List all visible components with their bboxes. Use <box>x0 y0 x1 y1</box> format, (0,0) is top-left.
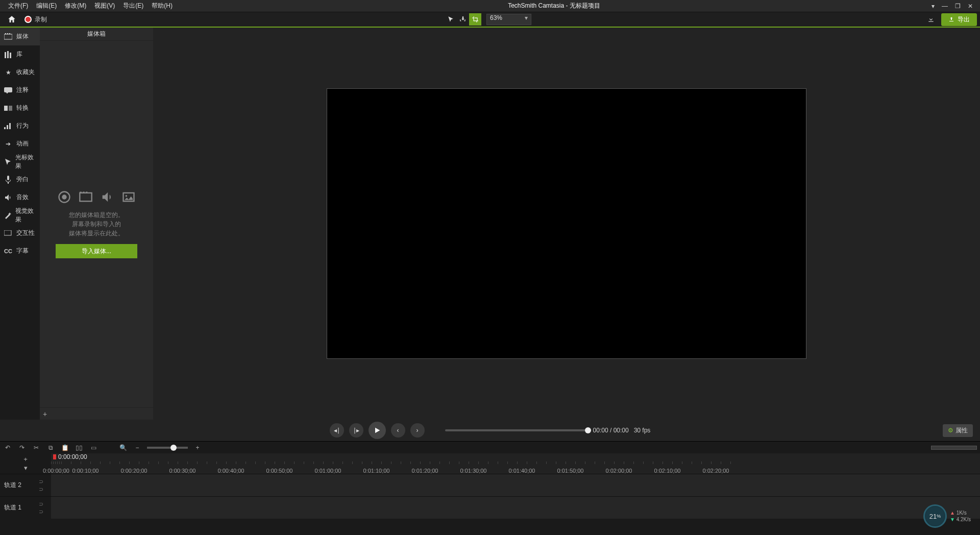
sidebar-label: 媒体 <box>16 32 29 41</box>
track-label[interactable]: 轨道 1 <box>0 497 31 519</box>
playhead-icon <box>53 454 56 459</box>
canvas-zoom-select[interactable]: 63% <box>486 14 531 25</box>
crop-tool[interactable] <box>469 13 481 26</box>
zoom-in-button[interactable]: + <box>193 443 202 452</box>
svg-rect-5 <box>7 51 9 58</box>
menu-help[interactable]: 帮助(H) <box>148 2 177 10</box>
behavior-icon <box>4 122 12 130</box>
track-lock-icon[interactable]: ⊃ <box>39 478 43 485</box>
cursor-tool[interactable] <box>445 13 457 26</box>
sidebar: 媒体 库 ★ 收藏夹 注释 转换 行为 ➔ <box>0 28 40 420</box>
menu-view[interactable]: 视图(V) <box>90 2 119 10</box>
library-icon <box>4 51 12 59</box>
empty-media-text: 您的媒体箱是空的。 屏幕录制和导入的 媒体将显示在此处。 <box>69 210 124 238</box>
canvas-zoom-value: 63% <box>490 14 502 21</box>
next-marker-button[interactable]: › <box>410 423 425 437</box>
sidebar-label: 交互性 <box>16 229 35 237</box>
copy-button[interactable]: ⧉ <box>46 443 55 452</box>
track-visibility-icon[interactable]: ⊃ <box>39 486 43 493</box>
minimize-icon[interactable]: — <box>942 3 948 10</box>
empty-media-icons <box>57 190 136 204</box>
sidebar-item-captions[interactable]: CC 字幕 <box>0 242 40 260</box>
media-panel-title: 媒体箱 <box>40 28 153 41</box>
animation-icon: ➔ <box>4 140 12 148</box>
cpu-gauge: 21% <box>923 504 947 528</box>
timeline: + ▾ 0:00:00;00 0:00:00;000:00:10;000:00:… <box>0 453 980 535</box>
cut-button[interactable]: ✂ <box>32 443 41 452</box>
close-icon[interactable]: ✕ <box>968 3 973 10</box>
download-button[interactable] <box>925 13 937 26</box>
sidebar-item-annotations[interactable]: 注释 <box>0 81 40 99</box>
sidebar-item-library[interactable]: 库 <box>0 45 40 63</box>
import-media-button[interactable]: 导入媒体... <box>56 244 137 258</box>
record-button[interactable]: 录制 <box>20 15 51 24</box>
playback-slider[interactable] <box>445 429 588 431</box>
timeline-ruler[interactable]: 0:00:00;00 0:00:00;000:00:10;000:00:20;0… <box>51 453 980 474</box>
menu-modify[interactable]: 修改(M) <box>61 2 90 10</box>
menu-edit[interactable]: 编辑(E) <box>32 2 61 10</box>
svg-rect-11 <box>7 125 8 129</box>
svg-rect-7 <box>4 87 12 92</box>
undo-button[interactable]: ↶ <box>3 443 12 452</box>
system-monitor-overlay[interactable]: 21% 1K/s 4.2K/s <box>923 504 971 528</box>
playback-time: 00:00 / 00:00 <box>593 427 629 434</box>
tool-button[interactable]: ▭ <box>89 443 98 452</box>
wand-icon <box>4 211 11 220</box>
cursor-fx-icon <box>4 158 11 166</box>
paste-button[interactable]: 📋 <box>60 443 69 452</box>
properties-button[interactable]: ⚙ 属性 <box>943 424 973 437</box>
preview-canvas[interactable] <box>327 88 806 359</box>
add-panel-button[interactable]: + <box>43 410 47 418</box>
sidebar-item-visual-fx[interactable]: 视觉效果 <box>0 206 40 224</box>
annotation-icon <box>4 86 12 94</box>
track-body[interactable] <box>51 474 980 496</box>
home-button[interactable] <box>3 15 20 24</box>
track-label[interactable]: 轨道 2 <box>0 474 31 496</box>
svg-point-16 <box>62 194 66 199</box>
media-icon <box>4 33 12 41</box>
sidebar-label: 字幕 <box>16 247 29 255</box>
add-track-button[interactable]: + <box>23 455 28 463</box>
svg-rect-4 <box>5 52 6 58</box>
zoom-out-button[interactable]: − <box>133 443 142 452</box>
redo-button[interactable]: ↷ <box>17 443 27 452</box>
prev-marker-button[interactable]: ‹ <box>391 423 405 437</box>
sidebar-item-animations[interactable]: ➔ 动画 <box>0 135 40 153</box>
sidebar-item-audio-fx[interactable]: 音效 <box>0 188 40 206</box>
pan-tool[interactable] <box>457 13 469 26</box>
next-frame-button[interactable]: ∣▸ <box>349 423 363 437</box>
svg-rect-3 <box>9 33 10 34</box>
menu-file[interactable]: 文件(F) <box>4 2 32 10</box>
track-visibility-icon[interactable]: ⊃ <box>39 508 43 515</box>
gear-icon: ⚙ <box>948 427 953 434</box>
track-body[interactable] <box>51 497 980 519</box>
collapse-tracks-button[interactable]: ▾ <box>24 464 28 472</box>
transition-icon <box>4 104 12 112</box>
sidebar-item-behaviors[interactable]: 行为 <box>0 117 40 135</box>
record-type-icon <box>57 190 71 204</box>
sidebar-item-favorites[interactable]: ★ 收藏夹 <box>0 63 40 81</box>
maximize-icon[interactable]: ❐ <box>955 3 961 10</box>
sidebar-item-cursor-fx[interactable]: 光标效果 <box>0 153 40 171</box>
sidebar-item-interactivity[interactable]: 交互性 <box>0 224 40 242</box>
timeline-toolbar: ↶ ↷ ✂ ⧉ 📋 ▯▯ ▭ 🔍 − + <box>0 441 980 453</box>
sidebar-item-transitions[interactable]: 转换 <box>0 99 40 117</box>
sidebar-item-media[interactable]: 媒体 <box>0 28 40 45</box>
timeline-zoom-slider[interactable] <box>147 447 188 449</box>
sidebar-label: 光标效果 <box>15 153 36 171</box>
track-row-1: 轨道 1 ⊃ ⊃ <box>0 496 980 519</box>
prev-frame-button[interactable]: ◂∣ <box>330 423 344 437</box>
svg-point-22 <box>126 195 128 197</box>
split-button[interactable]: ▯▯ <box>75 443 84 452</box>
menu-export[interactable]: 导出(E) <box>119 2 148 10</box>
timeline-minimap[interactable] <box>931 446 977 450</box>
export-button[interactable]: 导出 <box>941 13 977 26</box>
record-icon <box>24 16 32 23</box>
svg-rect-14 <box>4 230 11 235</box>
svg-rect-13 <box>7 176 9 180</box>
net-download: 4.2K/s <box>950 517 971 522</box>
window-options-icon[interactable]: ▾ <box>932 3 935 10</box>
sidebar-item-voice[interactable]: 旁白 <box>0 171 40 188</box>
track-lock-icon[interactable]: ⊃ <box>39 501 43 507</box>
play-button[interactable] <box>369 422 386 439</box>
